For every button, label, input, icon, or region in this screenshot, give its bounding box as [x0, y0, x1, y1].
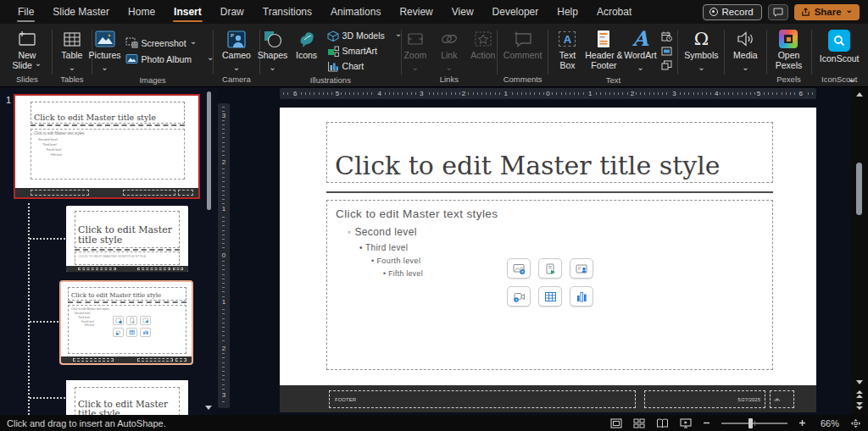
wordart-button[interactable]: WordArt — [624, 27, 656, 69]
tab-acrobat[interactable]: Acrobat — [587, 0, 641, 24]
insert-table-button[interactable] — [538, 286, 562, 307]
tab-file[interactable]: File — [8, 0, 43, 24]
zoom-slider-thumb[interactable] — [748, 418, 753, 428]
zoom-out-button[interactable] — [703, 419, 710, 427]
normal-view-button[interactable] — [610, 418, 622, 428]
slideshow-view-button[interactable] — [680, 418, 692, 428]
shapes-button[interactable]: Shapes — [257, 27, 289, 69]
cameo-icon: P — [226, 29, 247, 49]
ribbon-divider — [548, 30, 548, 75]
date-placeholder[interactable]: 5/27/2025 — [644, 390, 765, 408]
new-slide-button[interactable]: New Slide — [5, 27, 49, 72]
share-button[interactable]: Share — [794, 4, 860, 20]
tab-review[interactable]: Review — [390, 0, 442, 24]
icons-button[interactable]: Icons — [291, 27, 323, 63]
table-icon — [64, 29, 81, 49]
header-footer-button[interactable]: Header & Footer — [585, 27, 622, 72]
next-slide-button[interactable] — [856, 402, 863, 410]
chevron-down-icon — [698, 61, 704, 67]
thumbnail-master-slide[interactable]: Click to edit Master title style Click t… — [14, 94, 200, 199]
insert-smartart-button[interactable] — [538, 258, 562, 279]
photo-album-icon — [125, 53, 138, 64]
slide-canvas[interactable]: Click to edit Master title style Click t… — [280, 108, 816, 412]
chevron-down-icon — [190, 38, 197, 48]
smartart-button[interactable]: SmartArt — [325, 45, 405, 58]
layout-connector-stub — [30, 397, 65, 399]
insert-cameo-button[interactable]: P — [570, 258, 593, 279]
thumb-content-icon — [126, 328, 137, 337]
thumbnail-scroll-down-icon[interactable] — [205, 406, 212, 410]
tab-developer[interactable]: Developer — [483, 0, 548, 24]
slide-number-placeholder[interactable]: ‹#› — [770, 390, 794, 408]
chevron-down-icon — [742, 61, 748, 67]
tab-slide-master[interactable]: Slide Master — [43, 0, 119, 24]
comments-button[interactable] — [768, 4, 788, 20]
scrollbar-thumb[interactable] — [856, 163, 862, 215]
status-message: Click and drag to insert an AutoShape. — [0, 418, 166, 428]
title-placeholder[interactable]: Click to edit Master title style — [326, 122, 773, 183]
chevron-down-icon — [269, 61, 275, 67]
zoom-level[interactable]: 66% — [817, 418, 839, 428]
photo-album-button[interactable]: Photo Album — [123, 52, 217, 65]
reading-view-button[interactable] — [656, 418, 669, 428]
tab-insert[interactable]: Insert — [164, 0, 211, 24]
chevron-down-icon — [35, 61, 42, 71]
chart-button[interactable]: Chart — [325, 60, 405, 73]
cameo-button[interactable]: P Cameo — [220, 27, 253, 69]
thumb-footer-band — [66, 266, 188, 272]
fit-slide-to-window-button[interactable] — [850, 418, 861, 428]
slide-sorter-view-button[interactable] — [633, 418, 645, 428]
tab-home[interactable]: Home — [119, 0, 164, 24]
text-box-button[interactable]: Text Box — [551, 27, 583, 72]
chevron-down-icon — [846, 7, 853, 17]
scroll-up-icon[interactable] — [856, 92, 863, 97]
tab-draw[interactable]: Draw — [211, 0, 253, 24]
previous-slide-button[interactable] — [856, 390, 863, 398]
header-footer-icon — [596, 29, 611, 49]
omega-icon — [694, 29, 709, 49]
group-label-illustrations: Illustrations — [263, 75, 398, 86]
status-bar: Click and drag to insert an AutoShape. 6… — [0, 415, 868, 431]
link-button: Link — [433, 27, 465, 69]
thumbnail-layout-title-content[interactable]: Click to edit Master title style Click t… — [59, 280, 193, 365]
thumb-content-icon — [140, 328, 151, 337]
thumb-title-rule — [31, 124, 185, 126]
tab-help[interactable]: Help — [548, 0, 587, 24]
scroll-down-icon[interactable] — [856, 380, 863, 384]
zoom-in-button[interactable] — [798, 419, 806, 427]
footer-placeholder[interactable]: FOOTER — [329, 390, 636, 408]
insert-chart-button[interactable] — [570, 286, 593, 307]
zoom-slider[interactable] — [721, 423, 787, 424]
insert-video-button[interactable] — [507, 286, 531, 307]
record-button[interactable]: Record — [703, 4, 762, 20]
table-button[interactable]: Table — [56, 27, 88, 69]
group-label-media — [727, 74, 763, 86]
thumb-title-placeholder: Click to edit Master title style — [68, 287, 186, 301]
thumb-title-placeholder: Click to edit Master title style — [75, 211, 180, 248]
slide-thumbnail-panel: 1 Click to edit Master title style Click… — [0, 87, 217, 415]
pictures-button[interactable]: Pictures — [89, 27, 121, 69]
thumbnail-scrollbar-thumb[interactable] — [207, 91, 211, 210]
tab-animations[interactable]: Animations — [321, 0, 390, 24]
screenshot-button[interactable]: Screenshot — [123, 36, 217, 49]
open-pexels-button[interactable]: Open Pexels — [771, 27, 806, 72]
symbols-button[interactable]: Symbols — [682, 27, 721, 69]
slide-footer-band: FOOTER 5/27/2025 ‹#› — [280, 385, 816, 412]
group-label-text: Text — [551, 75, 675, 86]
media-button[interactable]: Media — [729, 27, 761, 69]
tab-transitions[interactable]: Transitions — [253, 0, 321, 24]
action-icon — [474, 29, 492, 49]
thumbnail-layout-section-header[interactable]: Click to edit Master title style — [66, 380, 188, 415]
date-time-button[interactable] — [659, 30, 673, 42]
object-button[interactable] — [659, 59, 673, 71]
slide-number-button[interactable] — [659, 45, 673, 57]
3d-models-button[interactable]: 3D Models — [325, 30, 405, 42]
chevron-down-icon — [446, 61, 453, 67]
layout-connector-stub — [30, 321, 58, 323]
insert-stock-image-button[interactable] — [507, 258, 531, 279]
thumbnail-layout-title-slide[interactable]: Click to edit Master title style CLICK T… — [66, 206, 188, 272]
tab-view[interactable]: View — [442, 0, 483, 24]
collapse-ribbon-button[interactable] — [847, 73, 856, 88]
iconscout-button[interactable]: IconScout — [817, 27, 862, 66]
vertical-scrollbar — [851, 87, 868, 415]
